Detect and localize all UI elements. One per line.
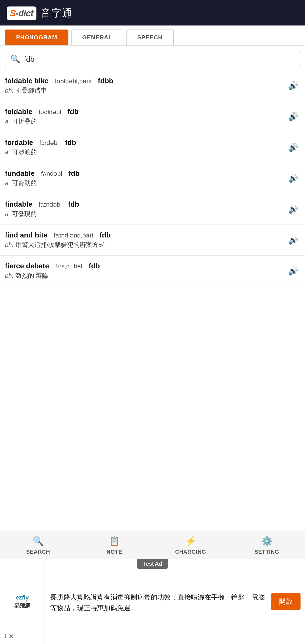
tab-phonogram[interactable]: PHONOGRAM	[5, 30, 68, 46]
logo-dash: -	[16, 8, 18, 18]
result-phonetic: fɔrdəbl	[39, 139, 58, 146]
table-row[interactable]: foldable bike foʊldəbl,baɪk fdbb ph. 折疊腳…	[0, 70, 305, 101]
logo-dict: dict	[18, 8, 33, 18]
logo-box: S-dict	[7, 6, 36, 20]
result-content: foldable foʊldəbl fdb a. 可折疊的	[5, 108, 286, 126]
app-header: S-dict 音字通	[0, 0, 305, 26]
result-abbr: fdb	[65, 138, 76, 147]
result-abbr: fdb	[68, 108, 79, 116]
bottom-navigation: 🔍 SEARCH 📋 NOTE ⚡ CHARGING ⚙️ SETTING	[0, 531, 305, 559]
result-definition: 激烈的 辯論	[16, 272, 48, 279]
result-word: find and bite	[5, 231, 48, 239]
ad-tag: Test Ad	[136, 559, 168, 569]
nav-label-note: NOTE	[106, 549, 122, 555]
result-content: find and bite faɪnd,ənd,baɪt fdb ph. 用警犬…	[5, 231, 286, 249]
tab-bar: PHONOGRAM GENERAL SPEECH	[0, 26, 305, 46]
result-word: foldable	[5, 108, 32, 116]
ad-content: 長庚醫大實驗證實有消毒抑制病毒的功效，直接噴灑在手機、鑰匙、電腦等物品，現正特惠…	[50, 592, 266, 613]
result-word: findable	[5, 200, 32, 208]
ad-logo-text: ezfly 易飛網	[14, 594, 30, 610]
ad-text-area: 長庚醫大實驗證實有消毒抑制病毒的功效，直接噴灑在手機、鑰匙、電腦等物品，現正特惠…	[45, 559, 271, 644]
result-definition: 可發現的	[12, 210, 37, 217]
result-word: fundable	[5, 169, 35, 178]
result-pos: a.	[5, 149, 10, 156]
sound-icon[interactable]: 🔊	[286, 80, 300, 92]
result-content: foldable bike foʊldəbl,baɪk fdbb ph. 折疊腳…	[5, 77, 286, 95]
result-phonetic: faɪndəbl	[39, 201, 62, 208]
nav-item-setting[interactable]: ⚙️ SETTING	[229, 531, 305, 559]
result-pos: ph.	[5, 87, 14, 94]
table-row[interactable]: fundable fʌndəbl fdb a. 可資助的 🔊	[0, 163, 305, 194]
result-abbr: fdb	[68, 169, 80, 178]
ad-info-icon: ℹ	[4, 634, 6, 640]
result-word: fordable	[5, 138, 33, 147]
nav-label-search: SEARCH	[26, 549, 50, 555]
results-list: foldable bike foʊldəbl,baɪk fdbb ph. 折疊腳…	[0, 70, 305, 286]
result-content: fordable fɔrdəbl fdb a. 可涉渡的	[5, 138, 286, 156]
result-definition: 折疊腳踏車	[16, 87, 47, 94]
app-title: 音字通	[40, 6, 73, 20]
nav-label-charging: CHARGING	[175, 549, 206, 555]
ad-close-area: ℹ ✕	[4, 632, 14, 640]
result-word: foldable bike	[5, 77, 49, 85]
result-abbr: fdb	[68, 200, 79, 208]
logo-s: S	[10, 8, 16, 18]
setting-nav-icon: ⚙️	[262, 536, 272, 546]
sound-icon[interactable]: 🔊	[286, 110, 300, 123]
tab-general[interactable]: GENERAL	[71, 30, 124, 46]
sound-icon[interactable]: 🔊	[286, 264, 300, 278]
table-row[interactable]: fordable fɔrdəbl fdb a. 可涉渡的 🔊	[0, 132, 305, 163]
search-input[interactable]	[24, 55, 295, 64]
result-pos: a.	[5, 118, 10, 125]
result-phonetic: faɪnd,ənd,baɪt	[54, 232, 93, 239]
result-word: fierce debate	[5, 262, 49, 270]
table-row[interactable]: fierce debate fɪrs,dɪˈbet fdb ph. 激烈的 辯論…	[0, 256, 305, 286]
sound-icon[interactable]: 🔊	[286, 172, 300, 185]
result-definition: 可資助的	[12, 180, 37, 186]
result-phonetic: fʌndəbl	[41, 170, 62, 177]
charging-nav-icon: ⚡	[185, 536, 196, 546]
nav-item-note[interactable]: 📋 NOTE	[76, 531, 152, 559]
logo-text: S-dict	[10, 8, 33, 18]
search-box: 🔍	[5, 51, 300, 67]
result-definition: 用警犬追捕/攻擊嫌犯的辦案方式	[16, 241, 105, 248]
sound-icon[interactable]: 🔊	[286, 203, 300, 216]
search-icon: 🔍	[10, 54, 20, 64]
result-pos: ph.	[5, 272, 14, 279]
search-bar: 🔍	[0, 46, 305, 70]
result-pos: a.	[5, 210, 10, 217]
result-definition: 可涉渡的	[12, 149, 37, 156]
note-nav-icon: 📋	[109, 536, 120, 546]
table-row[interactable]: find and bite faɪnd,ənd,baɪt fdb ph. 用警犬…	[0, 225, 305, 256]
sound-icon[interactable]: 🔊	[286, 234, 300, 247]
table-row[interactable]: foldable foʊldəbl fdb a. 可折疊的 🔊	[0, 101, 305, 132]
result-content: findable faɪndəbl fdb a. 可發現的	[5, 200, 286, 218]
result-content: fierce debate fɪrs,dɪˈbet fdb ph. 激烈的 辯論	[5, 262, 286, 280]
result-pos: a.	[5, 180, 10, 186]
sound-icon[interactable]: 🔊	[286, 141, 300, 154]
result-definition: 可折疊的	[12, 118, 37, 125]
ad-open-button[interactable]: 開啟	[271, 593, 300, 610]
ad-logo-area: ezfly 易飛網	[0, 559, 45, 644]
nav-item-charging[interactable]: ⚡ CHARGING	[152, 531, 229, 559]
result-phonetic: foʊldəbl,baɪk	[55, 77, 92, 85]
ad-inner: Test Ad ezfly 易飛網 長庚醫大實驗證實有消毒抑制病毒的功效，直接噴…	[0, 559, 305, 644]
result-abbr: fdb	[100, 231, 111, 239]
nav-item-search[interactable]: 🔍 SEARCH	[0, 531, 76, 559]
search-nav-icon: 🔍	[33, 536, 44, 546]
ad-close-icon[interactable]: ✕	[8, 632, 14, 640]
result-phonetic: foʊldəbl	[39, 108, 61, 116]
result-abbr: fdb	[89, 262, 100, 270]
result-phonetic: fɪrs,dɪˈbet	[55, 262, 82, 270]
result-abbr: fdbb	[98, 77, 113, 85]
result-content: fundable fʌndəbl fdb a. 可資助的	[5, 169, 286, 188]
ad-overlay: Test Ad ezfly 易飛網 長庚醫大實驗證實有消毒抑制病毒的功效，直接噴…	[0, 559, 305, 644]
nav-label-setting: SETTING	[254, 549, 279, 555]
table-row[interactable]: findable faɪndəbl fdb a. 可發現的 🔊	[0, 194, 305, 225]
result-pos: ph.	[5, 241, 14, 248]
tab-speech[interactable]: SPEECH	[126, 30, 174, 46]
